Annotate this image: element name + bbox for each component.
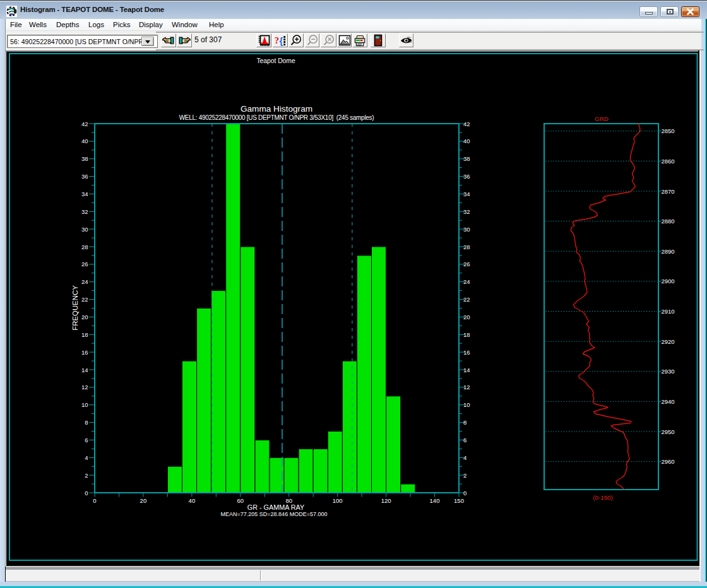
svg-text:2890: 2890 (662, 248, 675, 255)
svg-text:8: 8 (85, 419, 88, 426)
svg-text:2: 2 (85, 472, 88, 479)
svg-text:18: 18 (463, 331, 470, 338)
svg-text:28: 28 (463, 244, 470, 250)
svg-text:0: 0 (85, 490, 88, 497)
svg-text:2900: 2900 (662, 278, 675, 285)
svg-text:Teapot Dome: Teapot Dome (256, 57, 295, 64)
svg-text:120: 120 (381, 497, 391, 504)
svg-text:12: 12 (463, 384, 470, 391)
svg-text:24: 24 (463, 278, 470, 285)
svg-text:{: { (279, 35, 283, 46)
svg-text:22: 22 (81, 296, 88, 303)
svg-text:0: 0 (93, 497, 96, 504)
svg-text:32: 32 (463, 208, 470, 215)
svg-text:0: 0 (463, 490, 466, 497)
svg-text:(0-150): (0-150) (593, 494, 613, 501)
svg-text:14: 14 (463, 367, 470, 373)
svg-text:60: 60 (237, 497, 244, 504)
svg-text:22: 22 (463, 296, 470, 303)
svg-text:4: 4 (85, 454, 88, 461)
svg-text:30: 30 (463, 226, 470, 233)
svg-text:20: 20 (81, 314, 88, 320)
svg-text:2860: 2860 (662, 158, 675, 165)
svg-text:28: 28 (81, 244, 88, 250)
svg-text:2880: 2880 (662, 218, 675, 225)
svg-text:42: 42 (81, 121, 88, 127)
svg-text:10: 10 (81, 401, 88, 408)
svg-text:6: 6 (463, 437, 466, 444)
svg-text:16: 16 (463, 349, 470, 356)
svg-text:32: 32 (81, 208, 88, 215)
svg-text:20: 20 (463, 314, 470, 320)
svg-text:?: ? (275, 35, 279, 45)
svg-text:2920: 2920 (662, 338, 675, 345)
svg-text:GRD: GRD (595, 115, 609, 122)
svg-text:Gamma Histogram: Gamma Histogram (241, 104, 312, 114)
svg-text:2: 2 (463, 472, 466, 479)
svg-text:40: 40 (463, 138, 470, 144)
svg-text:30: 30 (81, 226, 88, 233)
svg-text:2850: 2850 (662, 127, 675, 134)
svg-text:38: 38 (81, 155, 88, 162)
svg-text:38: 38 (463, 155, 470, 162)
svg-text:2950: 2950 (662, 428, 675, 435)
svg-text:MEAN=77.205 SD=28.846 MODE=57.: MEAN=77.205 SD=28.846 MODE=57.000 (221, 511, 328, 517)
svg-text:40: 40 (189, 497, 196, 504)
svg-text:12: 12 (81, 384, 88, 391)
svg-text:6: 6 (85, 437, 88, 444)
svg-text:16: 16 (81, 349, 88, 356)
svg-text:8: 8 (463, 419, 466, 426)
svg-text:18: 18 (81, 331, 88, 338)
svg-text:20: 20 (140, 497, 147, 504)
svg-text:26: 26 (81, 261, 88, 268)
svg-text:24: 24 (81, 278, 88, 285)
svg-text:14: 14 (81, 367, 88, 373)
svg-text:WELL: 49025228470000 [US DEPTM: WELL: 49025228470000 [US DEPTMNT O/NPR 3… (179, 114, 374, 121)
svg-text:2930: 2930 (662, 368, 675, 375)
svg-text:100: 100 (333, 497, 343, 504)
svg-text:4: 4 (463, 454, 466, 461)
svg-text:2960: 2960 (662, 458, 675, 465)
svg-text:36: 36 (81, 173, 88, 180)
svg-text:26: 26 (463, 261, 470, 268)
svg-text:2870: 2870 (662, 188, 675, 195)
svg-text:2940: 2940 (662, 398, 675, 405)
svg-text:34: 34 (81, 191, 88, 197)
svg-text:42: 42 (463, 121, 470, 127)
svg-text:140: 140 (430, 497, 440, 504)
svg-text:36: 36 (463, 173, 470, 180)
svg-text:2910: 2910 (662, 308, 675, 315)
svg-text:10: 10 (463, 401, 470, 408)
svg-text:40: 40 (81, 138, 88, 144)
svg-text:34: 34 (463, 191, 470, 197)
svg-text:FREQUENCY: FREQUENCY (71, 285, 79, 331)
svg-text:GR - GAMMA RAY: GR - GAMMA RAY (247, 503, 304, 511)
svg-text:150: 150 (454, 497, 464, 504)
